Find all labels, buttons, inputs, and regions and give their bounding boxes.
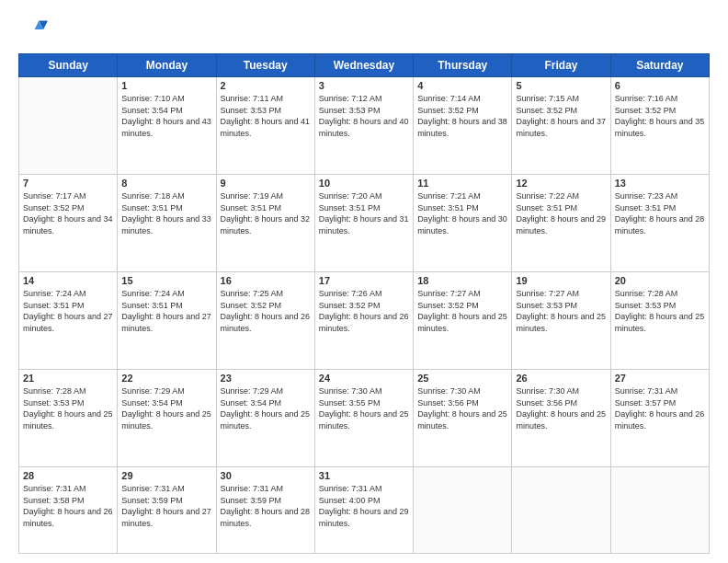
- day-info: Sunrise: 7:30 AMSunset: 3:55 PMDaylight:…: [319, 385, 409, 431]
- weekday-wednesday: Wednesday: [314, 54, 413, 77]
- day-info: Sunrise: 7:30 AMSunset: 3:56 PMDaylight:…: [417, 385, 507, 431]
- day-number: 19: [516, 275, 606, 286]
- calendar-cell: 2 Sunrise: 7:11 AMSunset: 3:53 PMDayligh…: [216, 77, 314, 175]
- day-number: 7: [23, 178, 113, 189]
- day-info: Sunrise: 7:24 AMSunset: 3:51 PMDaylight:…: [23, 288, 113, 334]
- day-info: Sunrise: 7:10 AMSunset: 3:54 PMDaylight:…: [121, 93, 211, 139]
- day-number: 20: [615, 275, 705, 286]
- calendar-cell: [610, 467, 709, 554]
- day-number: 11: [417, 178, 507, 189]
- calendar: SundayMondayTuesdayWednesdayThursdayFrid…: [18, 53, 710, 554]
- day-number: 1: [121, 80, 211, 91]
- day-number: 4: [417, 80, 507, 91]
- day-info: Sunrise: 7:17 AMSunset: 3:52 PMDaylight:…: [23, 190, 113, 236]
- week-row-3: 21 Sunrise: 7:28 AMSunset: 3:53 PMDaylig…: [19, 370, 710, 467]
- calendar-cell: 31 Sunrise: 7:31 AMSunset: 4:00 PMDaylig…: [314, 467, 413, 554]
- day-number: 12: [516, 178, 606, 189]
- weekday-tuesday: Tuesday: [216, 54, 314, 77]
- calendar-cell: 7 Sunrise: 7:17 AMSunset: 3:52 PMDayligh…: [19, 175, 118, 272]
- calendar-cell: 19 Sunrise: 7:27 AMSunset: 3:53 PMDaylig…: [512, 272, 610, 370]
- calendar-cell: 28 Sunrise: 7:31 AMSunset: 3:58 PMDaylig…: [19, 467, 118, 554]
- calendar-cell: 12 Sunrise: 7:22 AMSunset: 3:51 PMDaylig…: [512, 175, 610, 272]
- day-info: Sunrise: 7:31 AMSunset: 3:57 PMDaylight:…: [615, 385, 705, 431]
- day-info: Sunrise: 7:27 AMSunset: 3:52 PMDaylight:…: [417, 288, 507, 334]
- day-number: 28: [23, 470, 113, 481]
- calendar-cell: [19, 77, 118, 175]
- day-info: Sunrise: 7:18 AMSunset: 3:51 PMDaylight:…: [121, 190, 211, 236]
- calendar-cell: 6 Sunrise: 7:16 AMSunset: 3:52 PMDayligh…: [610, 77, 709, 175]
- calendar-cell: 9 Sunrise: 7:19 AMSunset: 3:51 PMDayligh…: [216, 175, 314, 272]
- logo-icon: [18, 15, 48, 44]
- calendar-cell: 24 Sunrise: 7:30 AMSunset: 3:55 PMDaylig…: [314, 370, 413, 467]
- day-info: Sunrise: 7:14 AMSunset: 3:52 PMDaylight:…: [417, 93, 507, 139]
- day-info: Sunrise: 7:11 AMSunset: 3:53 PMDaylight:…: [221, 93, 311, 139]
- day-number: 31: [319, 470, 409, 481]
- calendar-cell: 5 Sunrise: 7:15 AMSunset: 3:52 PMDayligh…: [512, 77, 610, 175]
- weekday-saturday: Saturday: [610, 54, 709, 77]
- calendar-cell: [414, 467, 512, 554]
- calendar-cell: 8 Sunrise: 7:18 AMSunset: 3:51 PMDayligh…: [118, 175, 216, 272]
- weekday-thursday: Thursday: [414, 54, 512, 77]
- day-info: Sunrise: 7:29 AMSunset: 3:54 PMDaylight:…: [121, 385, 211, 431]
- day-info: Sunrise: 7:30 AMSunset: 3:56 PMDaylight:…: [516, 385, 606, 431]
- day-number: 24: [319, 373, 409, 384]
- calendar-cell: 23 Sunrise: 7:29 AMSunset: 3:54 PMDaylig…: [216, 370, 314, 467]
- day-number: 15: [121, 275, 211, 286]
- calendar-cell: [512, 467, 610, 554]
- day-number: 30: [221, 470, 311, 481]
- day-info: Sunrise: 7:15 AMSunset: 3:52 PMDaylight:…: [516, 93, 606, 139]
- day-info: Sunrise: 7:22 AMSunset: 3:51 PMDaylight:…: [516, 190, 606, 236]
- day-info: Sunrise: 7:20 AMSunset: 3:51 PMDaylight:…: [319, 190, 409, 236]
- day-number: 5: [516, 80, 606, 91]
- day-number: 6: [615, 80, 705, 91]
- day-info: Sunrise: 7:27 AMSunset: 3:53 PMDaylight:…: [516, 288, 606, 334]
- calendar-cell: 20 Sunrise: 7:28 AMSunset: 3:53 PMDaylig…: [610, 272, 709, 370]
- day-info: Sunrise: 7:19 AMSunset: 3:51 PMDaylight:…: [221, 190, 311, 236]
- day-info: Sunrise: 7:21 AMSunset: 3:51 PMDaylight:…: [417, 190, 507, 236]
- day-number: 9: [221, 178, 311, 189]
- day-number: 16: [221, 275, 311, 286]
- day-info: Sunrise: 7:23 AMSunset: 3:51 PMDaylight:…: [615, 190, 705, 236]
- weekday-sunday: Sunday: [19, 54, 118, 77]
- day-info: Sunrise: 7:31 AMSunset: 3:59 PMDaylight:…: [121, 483, 211, 529]
- day-info: Sunrise: 7:31 AMSunset: 3:59 PMDaylight:…: [221, 483, 311, 529]
- day-info: Sunrise: 7:31 AMSunset: 3:58 PMDaylight:…: [23, 483, 113, 529]
- calendar-cell: 4 Sunrise: 7:14 AMSunset: 3:52 PMDayligh…: [414, 77, 512, 175]
- day-number: 23: [221, 373, 311, 384]
- day-info: Sunrise: 7:16 AMSunset: 3:52 PMDaylight:…: [615, 93, 705, 139]
- day-info: Sunrise: 7:25 AMSunset: 3:52 PMDaylight:…: [221, 288, 311, 334]
- page: SundayMondayTuesdayWednesdayThursdayFrid…: [0, 0, 728, 563]
- day-number: 25: [417, 373, 507, 384]
- calendar-cell: 30 Sunrise: 7:31 AMSunset: 3:59 PMDaylig…: [216, 467, 314, 554]
- day-info: Sunrise: 7:31 AMSunset: 4:00 PMDaylight:…: [319, 483, 409, 529]
- weekday-monday: Monday: [118, 54, 216, 77]
- calendar-cell: 29 Sunrise: 7:31 AMSunset: 3:59 PMDaylig…: [118, 467, 216, 554]
- calendar-cell: 3 Sunrise: 7:12 AMSunset: 3:53 PMDayligh…: [314, 77, 413, 175]
- day-number: 13: [615, 178, 705, 189]
- day-info: Sunrise: 7:29 AMSunset: 3:54 PMDaylight:…: [221, 385, 311, 431]
- day-number: 29: [121, 470, 211, 481]
- calendar-cell: 17 Sunrise: 7:26 AMSunset: 3:52 PMDaylig…: [314, 272, 413, 370]
- header: [18, 15, 710, 44]
- weekday-friday: Friday: [512, 54, 610, 77]
- calendar-cell: 13 Sunrise: 7:23 AMSunset: 3:51 PMDaylig…: [610, 175, 709, 272]
- day-number: 26: [516, 373, 606, 384]
- day-number: 21: [23, 373, 113, 384]
- day-number: 8: [121, 178, 211, 189]
- calendar-cell: 10 Sunrise: 7:20 AMSunset: 3:51 PMDaylig…: [314, 175, 413, 272]
- day-number: 27: [615, 373, 705, 384]
- day-info: Sunrise: 7:12 AMSunset: 3:53 PMDaylight:…: [319, 93, 409, 139]
- day-number: 14: [23, 275, 113, 286]
- day-number: 18: [417, 275, 507, 286]
- day-number: 3: [319, 80, 409, 91]
- day-info: Sunrise: 7:26 AMSunset: 3:52 PMDaylight:…: [319, 288, 409, 334]
- calendar-cell: 15 Sunrise: 7:24 AMSunset: 3:51 PMDaylig…: [118, 272, 216, 370]
- calendar-cell: 27 Sunrise: 7:31 AMSunset: 3:57 PMDaylig…: [610, 370, 709, 467]
- calendar-cell: 26 Sunrise: 7:30 AMSunset: 3:56 PMDaylig…: [512, 370, 610, 467]
- week-row-1: 7 Sunrise: 7:17 AMSunset: 3:52 PMDayligh…: [19, 175, 710, 272]
- week-row-0: 1 Sunrise: 7:10 AMSunset: 3:54 PMDayligh…: [19, 77, 710, 175]
- calendar-cell: 14 Sunrise: 7:24 AMSunset: 3:51 PMDaylig…: [19, 272, 118, 370]
- week-row-2: 14 Sunrise: 7:24 AMSunset: 3:51 PMDaylig…: [19, 272, 710, 370]
- calendar-cell: 22 Sunrise: 7:29 AMSunset: 3:54 PMDaylig…: [118, 370, 216, 467]
- calendar-cell: 1 Sunrise: 7:10 AMSunset: 3:54 PMDayligh…: [118, 77, 216, 175]
